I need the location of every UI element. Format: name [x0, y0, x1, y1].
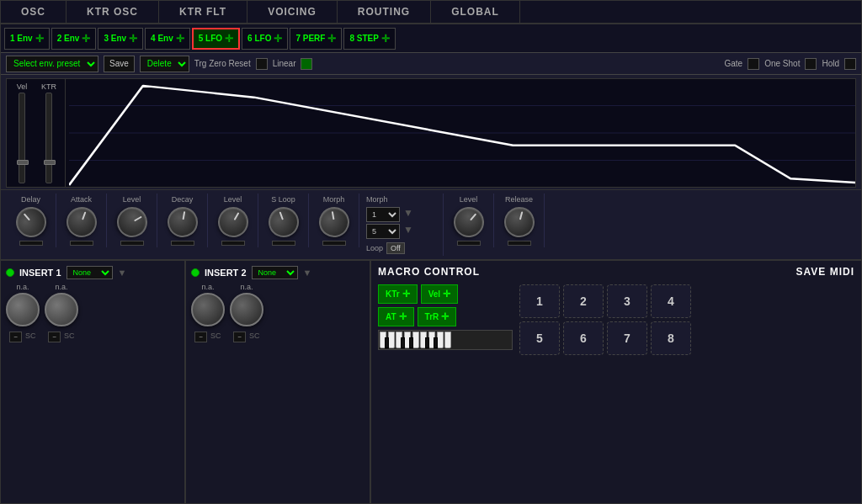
macro-btn-trr[interactable]: TrR ✛ [418, 307, 457, 326]
insert2-sc2: SC [249, 332, 260, 342]
gate-checkbox[interactable] [748, 58, 759, 70]
level2-indicator[interactable] [221, 241, 245, 246]
level3-indicator[interactable] [457, 241, 481, 246]
delay-indicator[interactable] [19, 241, 43, 246]
insert1-minus-btn[interactable]: − [9, 332, 22, 342]
env-btn-5lfo[interactable]: 5 LFO ✛ [192, 28, 240, 50]
insert2-knob2[interactable] [230, 293, 263, 326]
insert2-minus-btn[interactable]: − [194, 332, 207, 342]
insert1-title: INSERT 1 [19, 268, 61, 278]
tab-osc[interactable]: OSC [1, 1, 67, 23]
hold-checkbox[interactable] [844, 58, 856, 70]
tab-ktr-osc[interactable]: KTR OSC [67, 1, 159, 23]
macro-num-1[interactable]: 1 [519, 284, 560, 318]
morph-indicator[interactable] [322, 241, 346, 246]
insert1-select[interactable]: None [67, 266, 113, 279]
env-btn-4env[interactable]: 4 Env ✛ [145, 28, 190, 50]
level3-knob[interactable] [447, 201, 490, 244]
macro-num-7[interactable]: 7 [607, 321, 647, 355]
level2-group: Level [208, 194, 258, 247]
macro-num-6[interactable]: 6 [563, 321, 604, 355]
vel-slider[interactable] [19, 93, 25, 183]
tab-voicing[interactable]: VOICING [247, 1, 338, 23]
piano-white-key[interactable] [437, 332, 444, 348]
macro-num-5[interactable]: 5 [519, 321, 560, 355]
sloop-label: S Loop [271, 195, 295, 204]
preset-select[interactable]: Select env. preset [6, 56, 98, 72]
piano-white-key[interactable] [388, 332, 395, 348]
level1-indicator[interactable] [120, 241, 144, 246]
insert1-knob2-col: n.a. − SC [45, 283, 78, 342]
insert1-knob1-col: n.a. − SC [6, 283, 40, 342]
morph-dropdown-icon: ▼ [403, 207, 413, 222]
macro-num-8[interactable]: 8 [651, 321, 691, 355]
piano-white-key[interactable] [444, 332, 451, 348]
sloop-knob[interactable] [263, 203, 302, 241]
ktr-column: KTR [37, 82, 61, 183]
knobs-row: Delay Attack Level Decay Level [1, 189, 861, 259]
one-shot-checkbox[interactable] [805, 58, 817, 70]
env-btn-2env[interactable]: 2 Env ✛ [51, 28, 97, 50]
piano-white-key[interactable] [412, 332, 419, 348]
piano-black-key[interactable] [385, 337, 389, 348]
insert2-minus-btn2[interactable]: − [233, 332, 246, 342]
release-knob[interactable] [500, 204, 537, 241]
insert1-btn-row1: − SC [9, 332, 35, 342]
tab-global[interactable]: GLOBAL [431, 1, 520, 23]
env-5-label: 5 LFO [199, 34, 222, 43]
morph-special-group: Morph 1 ▼ 5 ▼ Loop Off [359, 194, 444, 256]
piano-black-key[interactable] [409, 337, 413, 348]
ktr-slider[interactable] [45, 93, 52, 183]
toolbar-row: Select env. preset Save Delete Trg Zero … [1, 53, 861, 75]
env-btn-1env[interactable]: 1 Env ✛ [4, 28, 50, 50]
env-btn-8step[interactable]: 8 STEP ✛ [343, 28, 395, 50]
piano-black-key[interactable] [425, 337, 429, 348]
tab-ktr-flt[interactable]: KTR FLT [159, 1, 247, 23]
trg-zero-checkbox[interactable] [256, 58, 268, 70]
morph-knob-label: Morph [323, 195, 345, 204]
piano-keys[interactable] [378, 330, 513, 350]
insert2-header: INSERT 2 None ▼ [191, 266, 364, 279]
level1-knob[interactable] [111, 201, 152, 242]
macro-num-4[interactable]: 4 [651, 284, 691, 318]
insert2-knob1[interactable] [191, 293, 225, 326]
level2-label: Level [224, 195, 242, 204]
macro-num-2[interactable]: 2 [563, 284, 604, 318]
morph-select-1[interactable]: 1 [366, 207, 400, 222]
tab-routing[interactable]: ROUTING [338, 1, 431, 23]
sloop-indicator[interactable] [272, 241, 295, 246]
morph-select-2[interactable]: 5 [366, 224, 400, 239]
attack-knob[interactable] [61, 203, 100, 241]
env-btn-7perf[interactable]: 7 PERF ✛ [290, 28, 342, 50]
env-btn-6lfo[interactable]: 6 LFO ✛ [242, 28, 288, 50]
env-4-cross-icon: ✛ [176, 33, 184, 45]
level2-knob[interactable] [212, 201, 253, 242]
save-midi-button[interactable]: SAVE MIDI [796, 266, 854, 278]
ktr-label: KTR [41, 82, 56, 91]
macro-btn-at[interactable]: AT ✛ [378, 307, 414, 326]
insert1-knob2[interactable] [45, 293, 78, 326]
save-button[interactable]: Save [104, 56, 135, 72]
macro-btn-ktr[interactable]: KTr ✛ [378, 284, 418, 304]
env-btn-3env[interactable]: 3 Env ✛ [98, 28, 143, 50]
one-shot-label: One Shot [764, 59, 800, 68]
insert1-knob1[interactable] [6, 293, 40, 326]
linear-checkbox[interactable] [301, 58, 312, 70]
morph-knob[interactable] [317, 204, 352, 240]
insert2-select[interactable]: None [252, 266, 298, 279]
envelope-canvas [69, 79, 855, 187]
decay-indicator[interactable] [171, 241, 194, 246]
vel-cross-icon: ✛ [443, 289, 450, 300]
piano-black-key[interactable] [434, 337, 438, 348]
macro-btn-vel[interactable]: Vel ✛ [421, 284, 458, 304]
decay-knob[interactable] [165, 204, 200, 240]
insert1-minus-btn2[interactable]: − [48, 332, 61, 342]
env-7-label: 7 PERF [295, 34, 325, 43]
delay-knob[interactable] [9, 201, 52, 244]
piano-black-key[interactable] [401, 337, 405, 348]
env-1-cross-icon: ✛ [35, 33, 44, 45]
delete-select[interactable]: Delete [140, 56, 189, 72]
release-indicator[interactable] [508, 241, 531, 246]
attack-indicator[interactable] [70, 241, 93, 246]
macro-num-3[interactable]: 3 [607, 284, 647, 318]
